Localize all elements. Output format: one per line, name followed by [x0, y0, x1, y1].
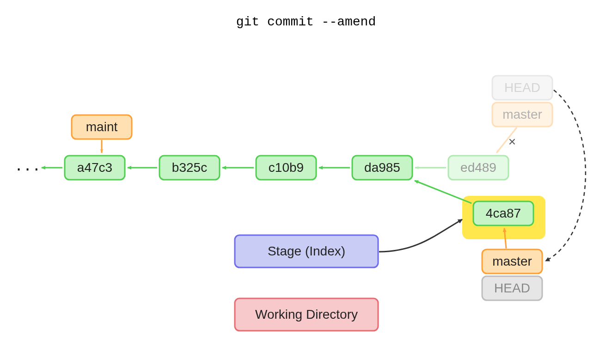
arrow-new-da985	[415, 181, 471, 203]
branch-master-new: master	[482, 249, 542, 273]
stage-box: Stage (Index)	[235, 235, 378, 267]
working-dir-box: Working Directory	[235, 298, 378, 331]
svg-text:HEAD: HEAD	[504, 80, 540, 95]
git-diagram: git commit --amend ··· a47c3 b325c c10b9…	[0, 0, 612, 364]
commit-ed489: ed489	[448, 156, 508, 180]
branch-maint: maint	[72, 115, 132, 139]
commit-c10b9: c10b9	[256, 156, 316, 180]
svg-text:b325c: b325c	[172, 160, 207, 175]
commit-a47c3: a47c3	[65, 156, 125, 180]
svg-text:a47c3: a47c3	[77, 160, 112, 175]
svg-text:master: master	[502, 107, 542, 121]
ellipsis: ···	[16, 158, 43, 178]
svg-text:da985: da985	[364, 160, 400, 175]
commit-da985: da985	[352, 156, 412, 180]
head-old: HEAD	[492, 76, 552, 100]
svg-text:master: master	[492, 254, 532, 268]
svg-text:4ca87: 4ca87	[486, 206, 521, 220]
arrow-stage-commit	[379, 219, 462, 252]
diagram-title: git commit --amend	[236, 15, 376, 29]
x-mark: ×	[508, 134, 516, 149]
svg-text:ed489: ed489	[460, 160, 496, 175]
branch-master-old: master	[492, 103, 552, 127]
commit-4ca87: 4ca87	[473, 201, 533, 225]
svg-text:HEAD: HEAD	[494, 281, 530, 295]
svg-text:Working Directory: Working Directory	[255, 307, 358, 322]
svg-text:maint: maint	[86, 120, 118, 134]
svg-text:Stage (Index): Stage (Index)	[268, 244, 345, 258]
head-new: HEAD	[482, 276, 542, 300]
svg-text:c10b9: c10b9	[269, 160, 304, 175]
commit-b325c: b325c	[159, 156, 220, 180]
